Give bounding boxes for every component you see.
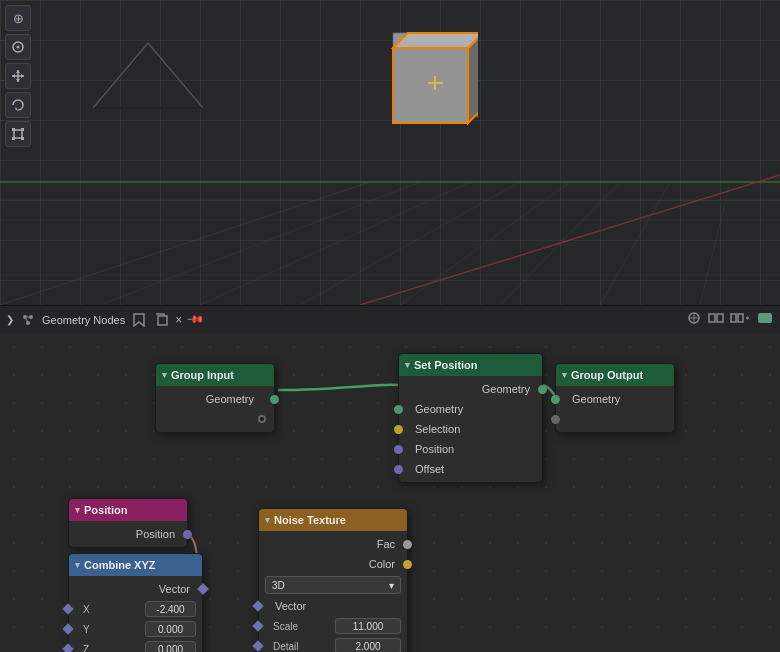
node-combine-xyz[interactable]: ▾ Combine XYZ Vector X -2.400 Y: [68, 553, 203, 652]
x-value[interactable]: -2.400: [145, 601, 196, 617]
node-editor-title: Geometry Nodes: [42, 314, 125, 326]
node-group-output-body: Geometry: [556, 386, 674, 432]
svg-rect-37: [12, 137, 15, 140]
svg-line-18: [93, 43, 148, 108]
menu-icon[interactable]: [756, 311, 774, 328]
toolbar-move[interactable]: [5, 63, 31, 89]
node-canvas[interactable]: ▾ Group Input Geometry ▾ Set Position: [0, 333, 780, 652]
node-row-color-out: Color: [259, 554, 407, 574]
svg-rect-34: [14, 130, 22, 138]
node-row-sp-offset: Offset: [399, 459, 542, 479]
node-row-sp-selection: Selection: [399, 419, 542, 439]
svg-rect-38: [21, 137, 24, 140]
socket-x-in[interactable]: [62, 603, 73, 614]
svg-marker-14: [93, 43, 203, 108]
socket-empty[interactable]: [258, 415, 266, 423]
node-row-vector-out: Vector: [69, 579, 202, 599]
node-row-position-out: Position: [69, 524, 187, 544]
node-group-input-title: ▾ Group Input: [156, 364, 274, 386]
socket-sp-selection[interactable]: [394, 425, 403, 434]
socket-sp-geometry-in[interactable]: [394, 405, 403, 414]
node-editor: ❯ Geometry Nodes × 📌: [0, 305, 780, 652]
copy-icon[interactable]: [153, 312, 169, 328]
y-value[interactable]: 0.000: [145, 621, 196, 637]
node-combine-xyz-body: Vector X -2.400 Y 0.000 Z: [69, 576, 202, 652]
socket-vector-out[interactable]: [197, 583, 208, 594]
left-toolbar: ⊕: [5, 5, 31, 147]
header-right-icons: [686, 311, 774, 328]
node-row-sp-geometry-out: Geometry: [399, 379, 542, 399]
toolbar-cursor[interactable]: [5, 34, 31, 60]
chevron-icon-go: ▾: [562, 370, 567, 380]
node-editor-header: ❯ Geometry Nodes × 📌: [0, 305, 780, 333]
detail-value[interactable]: 2.000: [335, 638, 401, 652]
svg-rect-49: [717, 314, 723, 322]
socket-fac-out[interactable]: [403, 540, 412, 549]
socket-sp-position[interactable]: [394, 445, 403, 454]
chevron-icon-pos: ▾: [75, 505, 80, 515]
node-position[interactable]: ▾ Position Position: [68, 498, 188, 548]
socket-detail-in[interactable]: [252, 640, 263, 651]
svg-point-33: [17, 46, 20, 49]
socket-vector-in[interactable]: [252, 600, 263, 611]
node-noise-texture-body: Fac Color 3D ▾ Vector: [259, 531, 407, 652]
node-noise-texture[interactable]: ▾ Noise Texture Fac Color 3D ▾: [258, 508, 408, 652]
node-row-x: X -2.400: [69, 599, 202, 619]
toolbar-rotate[interactable]: [5, 92, 31, 118]
node-row-empty-socket: [156, 409, 274, 429]
svg-rect-44: [158, 316, 167, 325]
node-row-vector-label: Vector: [259, 596, 407, 616]
node-group-output[interactable]: ▾ Group Output Geometry: [555, 363, 675, 433]
socket-sp-offset[interactable]: [394, 465, 403, 474]
svg-rect-51: [738, 314, 743, 322]
socket-y-in[interactable]: [62, 623, 73, 634]
scale-value[interactable]: 11.000: [335, 618, 401, 634]
node-row-fac-out: Fac: [259, 534, 407, 554]
close-button[interactable]: ×: [175, 313, 182, 327]
socket-position-out[interactable]: [183, 530, 192, 539]
socket-color-out[interactable]: [403, 560, 412, 569]
svg-rect-54: [758, 313, 772, 323]
node-noise-texture-title: ▾ Noise Texture: [259, 509, 407, 531]
socket-geometry-out[interactable]: [270, 395, 279, 404]
chevron-icon: ▾: [162, 370, 167, 380]
node-row-go-empty: [556, 409, 674, 429]
node-set-position-body: Geometry Geometry Selection Position: [399, 376, 542, 482]
node-row-geometry-out: Geometry: [156, 389, 274, 409]
overlay-icon[interactable]: [686, 311, 702, 328]
svg-point-40: [29, 315, 33, 319]
node-set-position[interactable]: ▾ Set Position Geometry Geometry Selecti…: [398, 353, 543, 483]
socket-sp-geometry-out[interactable]: [538, 385, 547, 394]
node-group-input[interactable]: ▾ Group Input Geometry: [155, 363, 275, 433]
svg-rect-50: [731, 314, 736, 322]
toolbar-select[interactable]: ⊕: [5, 5, 31, 31]
svg-line-19: [148, 43, 203, 108]
add-icon[interactable]: [730, 311, 750, 328]
dimension-dropdown[interactable]: 3D ▾: [265, 576, 401, 594]
pin-icon[interactable]: 📌: [186, 310, 205, 329]
socket-go-empty[interactable]: [551, 415, 560, 424]
socket-scale-in[interactable]: [252, 620, 263, 631]
node-row-go-geometry: Geometry: [556, 389, 674, 409]
chevron-icon-sp: ▾: [405, 360, 410, 370]
node-position-body: Position: [69, 521, 187, 547]
chevron-icon-cxyz: ▾: [75, 560, 80, 570]
chevron-icon-nt: ▾: [265, 515, 270, 525]
toolbar-scale[interactable]: [5, 121, 31, 147]
view-icon[interactable]: [708, 311, 724, 328]
camera-object: [88, 38, 208, 118]
node-row-z: Z 0.000: [69, 639, 202, 652]
node-group-output-title: ▾ Group Output: [556, 364, 674, 386]
bookmark-icon[interactable]: [131, 312, 147, 328]
socket-z-in[interactable]: [62, 643, 73, 652]
node-position-title: ▾ Position: [69, 499, 187, 521]
z-value[interactable]: 0.000: [145, 641, 196, 652]
svg-rect-35: [12, 128, 15, 131]
socket-go-geometry-in[interactable]: [551, 395, 560, 404]
svg-rect-24: [393, 48, 468, 123]
node-row-sp-position: Position: [399, 439, 542, 459]
cube-object: [368, 28, 478, 138]
node-row-sp-geometry-in: Geometry: [399, 399, 542, 419]
viewport-3d[interactable]: ⊕: [0, 0, 780, 305]
svg-rect-36: [21, 128, 24, 131]
